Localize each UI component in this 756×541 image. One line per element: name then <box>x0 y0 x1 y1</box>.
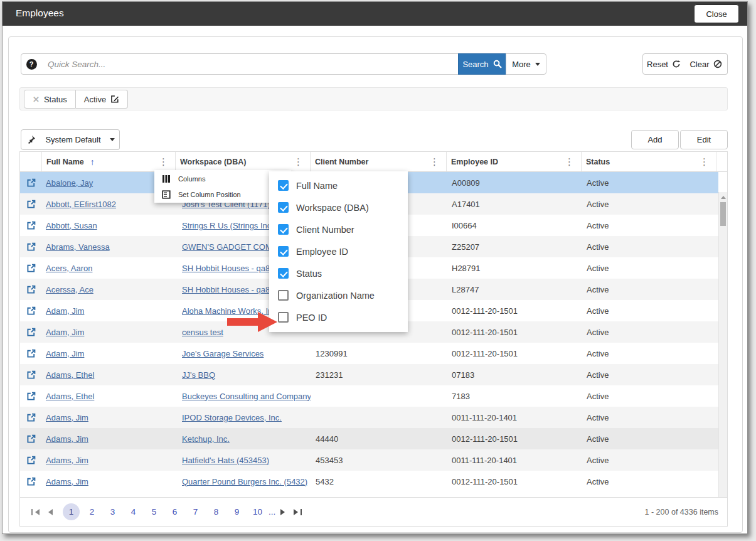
column-header-client-number[interactable]: Client Number ⋮ <box>311 152 447 171</box>
table-row[interactable]: Adams, Jim IPOD Storage Devices, Inc. 00… <box>20 407 718 428</box>
page-number-button[interactable]: 6 <box>166 503 183 520</box>
checkbox-icon[interactable] <box>278 312 289 323</box>
more-pages-button[interactable]: ... <box>269 507 275 517</box>
page-number-button[interactable]: 3 <box>104 503 121 520</box>
edit-button[interactable]: Edit <box>680 130 728 149</box>
search-button[interactable]: Search <box>458 53 506 75</box>
column-toggle-item[interactable]: PEO ID <box>269 306 408 328</box>
vertical-scrollbar[interactable] <box>718 192 727 497</box>
employee-name-link[interactable]: Acers, Aaron <box>46 264 92 273</box>
open-record-button[interactable] <box>20 370 42 380</box>
column-toggle-item[interactable]: Organization Name <box>269 284 408 306</box>
workspace-link[interactable]: Ketchup, Inc. <box>182 434 230 444</box>
checkbox-icon[interactable] <box>278 246 289 257</box>
table-row[interactable]: Adams, Jim Quarter Pound Burgers Inc. (5… <box>20 471 718 492</box>
column-menu-icon[interactable]: ⋮ <box>428 156 441 168</box>
open-record-button[interactable] <box>20 392 42 401</box>
scrollbar-thumb[interactable] <box>720 202 726 226</box>
table-row[interactable]: Adams, Jim Hatfield's Hats (453453) 4534… <box>20 449 718 471</box>
checkbox-icon[interactable] <box>278 290 289 301</box>
workspace-link[interactable]: Hatfield's Hats (453453) <box>182 456 269 465</box>
open-record-button[interactable] <box>20 285 42 294</box>
next-page-button[interactable] <box>278 509 287 515</box>
clear-button[interactable]: Clear <box>684 53 728 75</box>
open-record-button[interactable] <box>20 200 42 209</box>
column-header-employee-id[interactable]: Employee ID ⋮ <box>447 152 582 171</box>
search-help-button[interactable]: ? <box>21 53 42 75</box>
open-record-button[interactable] <box>20 328 42 337</box>
column-menu-icon[interactable]: ⋮ <box>698 156 711 168</box>
open-record-button[interactable] <box>20 221 42 230</box>
page-number-button[interactable]: 8 <box>208 503 225 520</box>
column-toggle-item[interactable]: Full Name <box>269 174 408 196</box>
open-record-button[interactable] <box>20 456 42 465</box>
workspace-link[interactable]: SH Hobbit Houses - qa86 r <box>182 264 279 273</box>
workspace-link[interactable]: Joe's Garage Services <box>182 349 264 358</box>
column-menu-icon[interactable]: ⋮ <box>157 156 170 168</box>
workspace-link[interactable]: JJ's BBQ <box>182 370 215 380</box>
workspace-link[interactable]: Strings R Us (Strings Inc.) <box>182 221 276 230</box>
workspace-link[interactable]: census test <box>182 328 223 337</box>
checkbox-icon[interactable] <box>278 202 289 213</box>
workspace-link[interactable]: SH Hobbit Houses - qa86 r <box>182 285 279 294</box>
page-number-button[interactable]: 7 <box>187 503 204 520</box>
column-menu-icon[interactable]: ⋮ <box>292 156 305 168</box>
open-record-button[interactable] <box>20 349 42 358</box>
column-header-status[interactable]: Status ⋮ <box>582 152 716 171</box>
page-number-button[interactable]: 4 <box>125 503 142 520</box>
open-record-button[interactable] <box>20 413 42 422</box>
employee-name-link[interactable]: Abalone, Jay <box>46 178 93 188</box>
employee-name-link[interactable]: Adams, Jim <box>46 413 88 422</box>
open-record-button[interactable] <box>20 434 42 444</box>
column-toggle-item[interactable]: Workspace (DBA) <box>269 196 408 218</box>
sort-ascending-icon[interactable]: ↑ <box>90 157 95 167</box>
previous-page-button[interactable] <box>46 509 55 515</box>
page-number-button[interactable]: 2 <box>83 503 100 520</box>
column-menu-icon[interactable]: ⋮ <box>563 156 576 168</box>
more-button[interactable]: More <box>506 53 546 75</box>
first-page-button[interactable] <box>29 509 42 515</box>
add-button[interactable]: Add <box>631 130 679 149</box>
employee-name-link[interactable]: Adam, Jim <box>46 349 84 358</box>
table-row[interactable]: Adam, Jim Joe's Garage Services 1230991 … <box>20 343 718 364</box>
workspace-link[interactable]: IPOD Storage Devices, Inc. <box>182 413 282 422</box>
table-row[interactable]: Adams, Ethel JJ's BBQ 231231 07183 Activ… <box>20 364 718 385</box>
edit-status-filter-button[interactable]: Active <box>76 90 128 109</box>
employee-name-link[interactable]: Abrams, Vanessa <box>46 242 110 252</box>
close-button[interactable]: Close <box>694 4 739 23</box>
employee-name-link[interactable]: Adam, Jim <box>46 328 84 337</box>
remove-status-filter-button[interactable]: ✕ Status <box>24 90 76 109</box>
checkbox-icon[interactable] <box>278 224 289 235</box>
page-number-button[interactable]: 1 <box>63 503 80 520</box>
employee-name-link[interactable]: Abbott, Susan <box>46 221 97 230</box>
employee-name-link[interactable]: Adams, Ethel <box>46 392 94 401</box>
workspace-link[interactable]: Aloha Machine Works, Inc. <box>182 306 279 316</box>
open-record-button[interactable] <box>20 264 42 273</box>
workspace-link[interactable]: Quarter Pound Burgers Inc. (5432) <box>182 477 307 486</box>
employee-name-link[interactable]: Adams, Jim <box>46 456 88 465</box>
column-toggle-item[interactable]: Status <box>269 262 408 284</box>
column-header-workspace[interactable]: Workspace (DBA) ⋮ <box>176 152 311 171</box>
page-number-button[interactable]: 10 <box>249 503 266 520</box>
checkbox-icon[interactable] <box>278 180 289 191</box>
employee-name-link[interactable]: Adams, Ethel <box>46 370 94 380</box>
employee-name-link[interactable]: Adams, Jim <box>46 477 88 486</box>
page-number-button[interactable]: 9 <box>228 503 245 520</box>
table-row[interactable]: Adams, Jim Ketchup, Inc. 44440 0012-111-… <box>20 428 718 449</box>
open-record-button[interactable] <box>20 178 42 188</box>
workspace-link[interactable]: Buckeyes Consulting and Company <box>182 392 311 401</box>
employee-name-link[interactable]: Adams, Jim <box>46 434 88 444</box>
pin-view-button[interactable] <box>21 129 41 150</box>
column-header-full-name[interactable]: Full Name ↑ ⋮ <box>42 152 176 171</box>
employee-name-link[interactable]: Adam, Jim <box>46 306 84 316</box>
open-record-button[interactable] <box>20 242 42 252</box>
quick-search-input[interactable] <box>41 53 459 75</box>
employee-name-link[interactable]: Acerssa, Ace <box>46 285 93 294</box>
table-row[interactable]: Adams, Ethel Buckeyes Consulting and Com… <box>20 385 718 407</box>
last-page-button[interactable] <box>291 509 304 515</box>
employee-name-link[interactable]: Abbott, EEfirst1082 <box>46 200 116 209</box>
checkbox-icon[interactable] <box>278 268 289 279</box>
column-toggle-item[interactable]: Client Number <box>269 218 408 240</box>
page-number-button[interactable]: 5 <box>146 503 162 520</box>
reset-button[interactable]: Reset <box>642 53 685 75</box>
